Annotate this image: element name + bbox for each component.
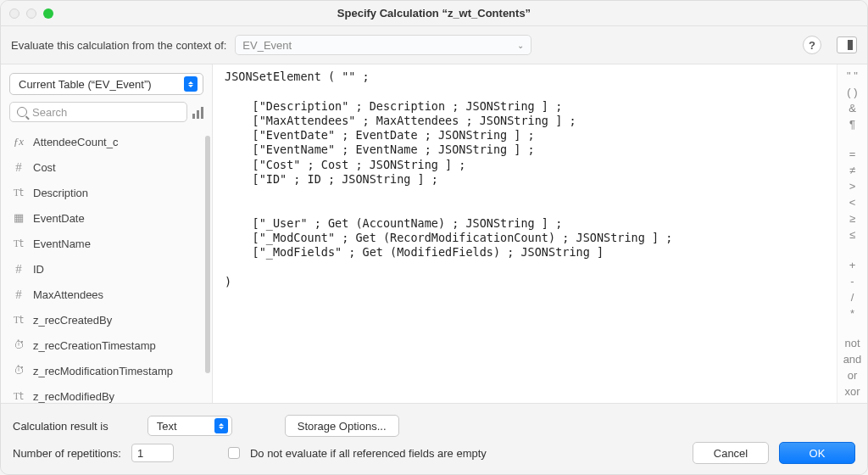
tt-icon: T𝗍 bbox=[11, 238, 26, 250]
tt-icon: T𝗍 bbox=[11, 390, 26, 403]
operator-button[interactable]: not bbox=[844, 337, 860, 349]
operator-button[interactable]: * bbox=[850, 307, 854, 320]
field-list-item[interactable]: #MaxAttendees bbox=[1, 282, 212, 307]
close-window-button[interactable] bbox=[9, 8, 19, 19]
chevron-updown-icon bbox=[184, 76, 198, 92]
field-label: z_recModificationTimestamp bbox=[33, 365, 173, 377]
field-label: AttendeeCount_c bbox=[33, 136, 118, 148]
tt-icon: T𝗍 bbox=[11, 314, 26, 327]
ok-button[interactable]: OK bbox=[779, 442, 855, 464]
field-label: EventName bbox=[33, 238, 91, 250]
search-icon bbox=[17, 107, 27, 117]
search-placeholder: Search bbox=[32, 106, 67, 119]
operator-button[interactable]: or bbox=[848, 369, 858, 382]
operator-button[interactable]: > bbox=[849, 180, 856, 193]
cancel-label: Cancel bbox=[714, 447, 748, 460]
context-table-select[interactable]: EV_Event ⌄ bbox=[235, 35, 531, 55]
storage-options-label: Storage Options... bbox=[298, 420, 387, 433]
operator-button[interactable]: ≤ bbox=[849, 228, 855, 241]
toggle-layout-button[interactable] bbox=[837, 36, 857, 53]
chevron-updown-icon bbox=[214, 418, 228, 433]
maximize-window-button[interactable] bbox=[43, 8, 53, 19]
cal-icon: ▦ bbox=[11, 211, 26, 225]
operator-button[interactable]: + bbox=[849, 259, 856, 271]
ok-label: OK bbox=[810, 447, 826, 460]
field-label: z_recModifiedBy bbox=[33, 390, 114, 403]
minimize-window-button[interactable] bbox=[26, 8, 36, 19]
field-list-item[interactable]: #ID bbox=[1, 256, 212, 282]
repetitions-value: 1 bbox=[137, 447, 143, 460]
help-button[interactable]: ? bbox=[803, 36, 821, 54]
operator-button[interactable]: ¶ bbox=[849, 118, 855, 131]
result-type-label: Calculation result is bbox=[13, 420, 108, 433]
field-label: z_recCreatedBy bbox=[33, 314, 112, 327]
current-table-select[interactable]: Current Table (“EV_Event”) bbox=[9, 73, 203, 95]
field-list-item[interactable]: T𝗍z_recModifiedBy bbox=[1, 383, 212, 403]
current-table-value: Current Table (“EV_Event”) bbox=[19, 78, 152, 91]
operator-button[interactable]: ≥ bbox=[849, 212, 855, 225]
result-type-select[interactable]: Text bbox=[147, 416, 232, 436]
operator-button[interactable]: / bbox=[851, 291, 854, 304]
field-label: Description bbox=[33, 187, 88, 199]
do-not-evaluate-label: Do not evaluate if all referenced fields… bbox=[250, 447, 487, 460]
field-list-item[interactable]: ⏱z_recCreationTimestamp bbox=[1, 332, 212, 358]
hash-icon: # bbox=[11, 160, 26, 175]
tt-icon: T𝗍 bbox=[11, 187, 26, 199]
operator-rail: " "( )&¶=≠><≥≤+-/*notandorxor bbox=[837, 64, 867, 403]
field-label: EventDate bbox=[33, 212, 85, 225]
operator-button[interactable]: & bbox=[849, 102, 856, 115]
hash-icon: # bbox=[11, 262, 26, 277]
result-type-value: Text bbox=[157, 420, 177, 433]
repetitions-label: Number of repetitions: bbox=[13, 447, 121, 460]
sort-icon[interactable] bbox=[192, 105, 203, 119]
field-list-item[interactable]: ▦EventDate bbox=[1, 205, 212, 231]
field-list-item[interactable]: #Cost bbox=[1, 154, 212, 180]
fx-icon: ƒx bbox=[11, 135, 26, 148]
operator-button[interactable]: ( ) bbox=[847, 86, 857, 98]
window-title: Specify Calculation “z_wt_Contents” bbox=[1, 7, 867, 20]
operator-button[interactable]: xor bbox=[844, 385, 860, 398]
operator-button[interactable]: - bbox=[850, 275, 854, 288]
help-icon: ? bbox=[809, 39, 815, 52]
field-label: Cost bbox=[33, 161, 56, 174]
storage-options-button[interactable]: Storage Options... bbox=[285, 415, 399, 437]
hash-icon: # bbox=[11, 288, 26, 302]
field-list-item[interactable]: ⏱z_recModificationTimestamp bbox=[1, 358, 212, 383]
context-label: Evaluate this calculation from the conte… bbox=[11, 39, 226, 52]
field-list-item[interactable]: ƒxAttendeeCount_c bbox=[1, 129, 212, 154]
context-table-value: EV_Event bbox=[242, 39, 292, 52]
clock-icon: ⏱ bbox=[11, 338, 26, 352]
operator-button[interactable]: ≠ bbox=[849, 164, 855, 176]
field-list-item[interactable]: T𝗍z_recCreatedBy bbox=[1, 307, 212, 332]
clock-icon: ⏱ bbox=[11, 364, 26, 377]
field-label: ID bbox=[33, 263, 44, 276]
field-list-item[interactable]: T𝗍Description bbox=[1, 180, 212, 205]
calculation-editor[interactable]: JSONSetElement ( "" ; ["Description" ; D… bbox=[213, 64, 837, 403]
do-not-evaluate-checkbox[interactable] bbox=[228, 447, 240, 459]
chevron-updown-icon: ⌄ bbox=[517, 41, 524, 50]
operator-button[interactable]: = bbox=[849, 148, 856, 160]
field-list-item[interactable]: T𝗍EventName bbox=[1, 231, 212, 256]
cancel-button[interactable]: Cancel bbox=[693, 442, 769, 464]
operator-button[interactable]: and bbox=[843, 353, 862, 366]
operator-button[interactable]: " " bbox=[847, 70, 858, 82]
sidebar-scrollbar[interactable] bbox=[205, 136, 210, 373]
field-label: MaxAttendees bbox=[33, 288, 103, 301]
field-label: z_recCreationTimestamp bbox=[33, 339, 156, 352]
operator-button[interactable]: < bbox=[849, 196, 856, 209]
repetitions-input[interactable]: 1 bbox=[131, 444, 174, 462]
field-search-input[interactable]: Search bbox=[9, 102, 187, 122]
